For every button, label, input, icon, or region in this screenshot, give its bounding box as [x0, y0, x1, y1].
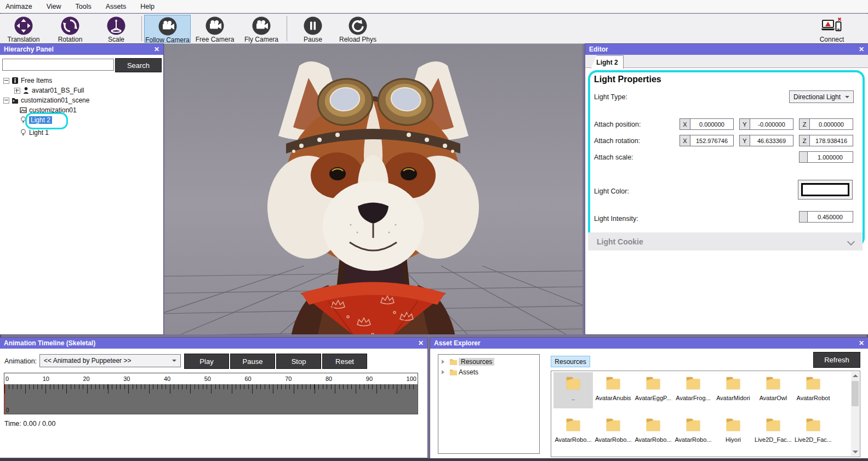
tab-light2[interactable]: Light 2	[591, 55, 624, 69]
scale-input[interactable]: 1.000000	[808, 151, 853, 163]
scale-tool-button[interactable]: Scale	[99, 15, 134, 43]
breadcrumb-resources[interactable]: Resources	[551, 356, 590, 367]
timeline-close-icon[interactable]: ✕	[418, 338, 424, 349]
tree-label: customization01_scene	[21, 96, 89, 104]
folder-tile[interactable]: Live2D_Fac...	[793, 414, 833, 450]
position-z-input[interactable]: 0.000000	[810, 118, 853, 130]
pause-label: Pause	[304, 36, 322, 43]
scene-icon	[12, 96, 19, 104]
menu-tools[interactable]: Tools	[76, 3, 92, 10]
scroll-down-icon[interactable]	[851, 448, 859, 456]
pause-timeline-button[interactable]: Pause	[230, 354, 275, 369]
position-y-input[interactable]: -0.000000	[750, 118, 793, 130]
tree-item-free-items[interactable]: Free Items	[3, 76, 52, 86]
chevron-right-icon[interactable]	[442, 360, 447, 364]
folder-label: Live2D_Fac...	[753, 436, 793, 443]
folder-tile-up[interactable]: ..	[553, 372, 593, 408]
fly-camera-button[interactable]: Fly Camera	[241, 15, 282, 43]
rotation-y-input[interactable]: 46.633369	[750, 135, 793, 146]
timeline-ruler[interactable]: 0 10 20 30 40 50 60 70 80 90 100 0	[4, 373, 418, 414]
hierarchy-close-icon[interactable]: ✕	[154, 44, 159, 55]
menu-view[interactable]: View	[47, 3, 61, 10]
pause-label: Pause	[243, 357, 263, 366]
folder-tile[interactable]: AvatarRobo...	[633, 414, 673, 450]
reset-button[interactable]: Reset	[322, 354, 367, 369]
folder-label: AvatarAnubis	[593, 395, 633, 401]
light-type-dropdown[interactable]: Directional Light	[789, 90, 854, 103]
reload-phys-label: Reload Phys	[339, 36, 376, 43]
editor-close-icon[interactable]: ✕	[859, 44, 864, 55]
folder-tile[interactable]: AvatarRobo...	[553, 414, 593, 450]
timeline-track[interactable]: 0	[4, 384, 418, 414]
rotation-x-input[interactable]: 152.976746	[690, 135, 734, 146]
light-type-label: Light Type:	[594, 93, 627, 101]
folder-icon	[684, 417, 703, 433]
pause-button[interactable]: Pause	[297, 15, 329, 43]
hierarchy-search-input[interactable]	[2, 59, 114, 71]
folder-tile[interactable]: AvatarEggP...	[633, 372, 673, 408]
folder-label: AvatarRobo...	[553, 436, 593, 443]
follow-camera-label: Follow Camera	[145, 36, 190, 44]
menu-animaze[interactable]: Animaze	[5, 3, 32, 10]
rotation-tool-button[interactable]: Rotation	[50, 15, 90, 43]
scroll-up-icon[interactable]	[851, 372, 859, 380]
folder-tile[interactable]: AvatarOwl	[753, 372, 793, 408]
tree-item-light2[interactable]: Light 2	[20, 115, 52, 125]
asset-tree-assets[interactable]: Assets	[442, 367, 478, 377]
folder-label: Live2D_Fac...	[793, 436, 833, 443]
toolbar-separator	[141, 16, 142, 41]
folder-label: AvatarRobo...	[633, 436, 673, 443]
light-cookie-section-header[interactable]: Light Cookie	[588, 232, 863, 251]
playhead-marker[interactable]	[5, 384, 5, 414]
reload-phys-button[interactable]: Reload Phys	[336, 15, 379, 43]
rotation-z-field-group: Z 178.938416	[799, 135, 853, 146]
folder-tile[interactable]: Live2D_Fac...	[753, 414, 793, 450]
scrollbar-thumb[interactable]	[852, 381, 859, 406]
viewport-3d[interactable]	[164, 44, 583, 334]
ruler-tick-label: 80	[326, 375, 332, 382]
follow-camera-button[interactable]: Follow Camera	[144, 15, 191, 43]
reload-phys-icon	[349, 16, 367, 35]
tree-item-avatar[interactable]: avatar01_BS_Full	[14, 86, 84, 95]
position-x-input[interactable]: 0.000000	[690, 118, 734, 130]
folder-tile[interactable]: AvatarMidori	[713, 372, 753, 408]
folder-tile[interactable]: Hiyori	[713, 414, 753, 450]
chevron-right-icon[interactable]	[442, 370, 447, 374]
timeline-panel-title: Animation Timeline (Skeletal)	[4, 338, 95, 349]
folder-tile[interactable]: AvatarRobo...	[593, 414, 633, 450]
refresh-button[interactable]: Refresh	[813, 352, 860, 368]
play-button[interactable]: Play	[184, 354, 229, 369]
light-color-swatch	[801, 183, 849, 196]
asset-tree-resources[interactable]: Resources	[442, 357, 494, 367]
tree-label: Light 1	[29, 129, 49, 136]
scale-label: Scale	[108, 36, 124, 43]
folder-tile[interactable]: AvatarAnubis	[593, 372, 633, 408]
asset-close-icon[interactable]: ✕	[859, 338, 864, 349]
folder-tile[interactable]: AvatarRobot	[793, 372, 833, 408]
asset-grid-scrollbar[interactable]	[851, 372, 859, 456]
connect-button[interactable]: Connect	[812, 15, 852, 43]
free-camera-button[interactable]: Free Camera	[193, 15, 237, 43]
expand-expander-icon[interactable]	[14, 88, 20, 94]
stop-button[interactable]: Stop	[276, 354, 321, 369]
intensity-input[interactable]: 0.450000	[808, 211, 853, 223]
hierarchy-search-button[interactable]: Search	[115, 58, 162, 72]
light-color-swatch-button[interactable]	[798, 180, 853, 200]
translation-tool-button[interactable]: Translation	[3, 15, 44, 43]
tree-item-customization[interactable]: customization01	[20, 105, 77, 115]
tree-item-scene[interactable]: customization01_scene	[3, 95, 89, 105]
scale-drag-handle[interactable]	[799, 151, 808, 163]
intensity-drag-handle[interactable]	[799, 211, 808, 223]
animation-dropdown[interactable]: << Animated by Puppeteer >>	[39, 354, 181, 367]
menu-assets[interactable]: Assets	[106, 3, 127, 10]
axis-y-label: Y	[739, 135, 750, 146]
collapse-expander-icon[interactable]	[3, 98, 9, 104]
translation-label: Translation	[8, 36, 40, 43]
tree-item-light1[interactable]: Light 1	[20, 128, 49, 138]
stop-label: Stop	[292, 357, 306, 366]
rotation-z-input[interactable]: 178.938416	[810, 135, 853, 146]
menu-help[interactable]: Help	[140, 3, 155, 10]
collapse-expander-icon[interactable]	[3, 78, 9, 84]
folder-tile[interactable]: AvatarFrog...	[673, 372, 713, 408]
folder-tile[interactable]: AvatarRobo...	[673, 414, 713, 450]
